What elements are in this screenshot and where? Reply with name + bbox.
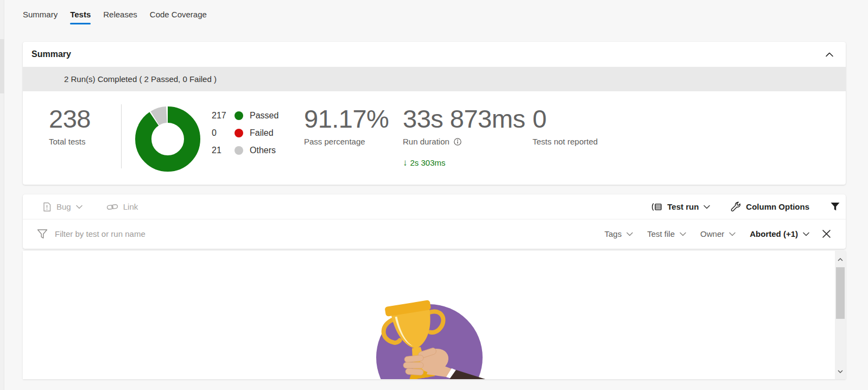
chevron-down-icon	[76, 205, 83, 209]
stat-pass-percentage: 91.17% Pass percentage	[304, 105, 389, 146]
scroll-up-button[interactable]	[835, 255, 846, 264]
chevron-up-icon	[826, 52, 833, 57]
pass-percentage-label: Pass percentage	[304, 137, 389, 146]
filter-dropdown-tags[interactable]: Tags	[605, 229, 633, 238]
group-by-label: Test run	[667, 202, 699, 211]
scroll-down-button[interactable]	[835, 367, 846, 376]
filter-funnel-outline-icon	[37, 229, 48, 239]
info-icon[interactable]	[453, 137, 462, 146]
chevron-down-icon	[803, 232, 809, 236]
duration-delta-value: 2s 303ms	[410, 158, 446, 167]
legend-row-others: 21 Others	[212, 144, 278, 156]
close-icon	[822, 230, 831, 238]
filter-bar: Tags Test file Owner Aborted (+1)	[23, 219, 846, 248]
tab-releases[interactable]: Releases	[103, 8, 137, 26]
tags-dropdown-label: Tags	[605, 229, 622, 238]
stat-tests-not-reported: 0 Tests not reported	[533, 105, 598, 146]
link-button[interactable]: Link	[106, 202, 138, 211]
passed-dot-icon	[235, 111, 243, 120]
bug-button-label: Bug	[56, 202, 71, 211]
chevron-down-icon	[626, 232, 633, 236]
page-tabs: Summary Tests Releases Code Coverage	[23, 8, 219, 26]
collapse-summary-button[interactable]	[823, 48, 836, 61]
chevron-down-icon	[680, 232, 686, 236]
filter-dropdown-test-file[interactable]: Test file	[647, 229, 686, 238]
not-reported-label: Tests not reported	[533, 137, 598, 146]
column-options-label: Column Options	[746, 202, 809, 211]
stats-divider	[121, 104, 122, 168]
filter-dropdown-outcome-aborted[interactable]: Aborted (+1)	[750, 229, 809, 238]
not-reported-value: 0	[533, 105, 598, 133]
runs-completed-text: 2 Run(s) Completed ( 2 Passed, 0 Failed …	[64, 74, 217, 84]
chevron-down-icon	[704, 205, 710, 209]
link-icon	[106, 203, 118, 211]
wrench-icon	[731, 202, 741, 212]
stat-total-tests: 238 Total tests	[49, 105, 91, 146]
filter-dropdowns: Tags Test file Owner Aborted (+1)	[605, 229, 810, 238]
create-bug-button[interactable]: Bug	[42, 202, 83, 212]
owner-dropdown-label: Owner	[700, 229, 724, 238]
passed-label: Passed	[250, 111, 278, 121]
run-duration-label: Run duration	[403, 137, 449, 146]
arrow-down-icon: ↓	[403, 159, 408, 167]
total-tests-label: Total tests	[49, 137, 91, 146]
others-label: Others	[250, 146, 276, 155]
test-file-dropdown-label: Test file	[647, 229, 675, 238]
results-toolbar-card: Bug Link Test run	[23, 194, 846, 249]
results-scrollbar[interactable]	[835, 251, 846, 379]
failed-label: Failed	[250, 128, 274, 138]
failed-count: 0	[212, 128, 235, 138]
trophy-illustration	[370, 292, 533, 379]
bug-work-item-icon	[42, 202, 52, 212]
test-results-panel	[23, 251, 846, 379]
summary-card-title: Summary	[31, 49, 71, 59]
run-duration-value: 33s 873ms	[403, 105, 525, 133]
tab-summary[interactable]: Summary	[23, 8, 58, 26]
left-edge-scrollbar[interactable]	[0, 0, 4, 390]
column-options-button[interactable]: Column Options	[731, 202, 809, 212]
left-scrollbar-thumb[interactable]	[0, 39, 4, 93]
runs-completed-banner: 2 Run(s) Completed ( 2 Passed, 0 Failed …	[23, 67, 846, 91]
filter-tests-input[interactable]	[55, 229, 605, 238]
toolbar-row: Bug Link Test run	[23, 194, 846, 219]
scrollbar-thumb[interactable]	[836, 267, 845, 319]
aborted-dropdown-label: Aborted (+1)	[750, 229, 798, 238]
failed-dot-icon	[235, 129, 243, 137]
group-by-icon	[651, 203, 662, 211]
filter-dropdown-owner[interactable]: Owner	[700, 229, 736, 238]
clear-filter-button[interactable]	[822, 230, 831, 238]
passed-count: 217	[212, 111, 235, 121]
legend-row-passed: 217 Passed	[212, 110, 278, 122]
filter-funnel-filled-icon	[830, 202, 840, 211]
link-button-label: Link	[123, 202, 138, 211]
others-dot-icon	[235, 146, 243, 155]
group-by-test-run-button[interactable]: Test run	[651, 202, 710, 211]
duration-delta: ↓ 2s 303ms	[403, 158, 525, 167]
summary-card-header: Summary	[23, 42, 846, 67]
summary-stats: 238 Total tests 217 Passed 0 Failed 21 O…	[23, 91, 846, 185]
total-tests-value: 238	[49, 105, 91, 133]
others-count: 21	[212, 146, 235, 155]
legend-row-failed: 0 Failed	[212, 127, 278, 139]
chevron-down-icon	[729, 232, 736, 236]
toolbar-filter-toggle-button[interactable]	[830, 202, 840, 211]
tab-code-coverage[interactable]: Code Coverage	[150, 8, 207, 26]
pass-percentage-value: 91.17%	[304, 105, 389, 133]
donut-legend: 217 Passed 0 Failed 21 Others	[212, 110, 278, 162]
summary-card: Summary 2 Run(s) Completed ( 2 Passed, 0…	[23, 42, 846, 185]
test-outcome-donut-chart	[135, 106, 200, 172]
stat-run-duration: 33s 873ms Run duration ↓ 2s 303ms	[403, 105, 525, 167]
tab-tests[interactable]: Tests	[70, 8, 91, 26]
